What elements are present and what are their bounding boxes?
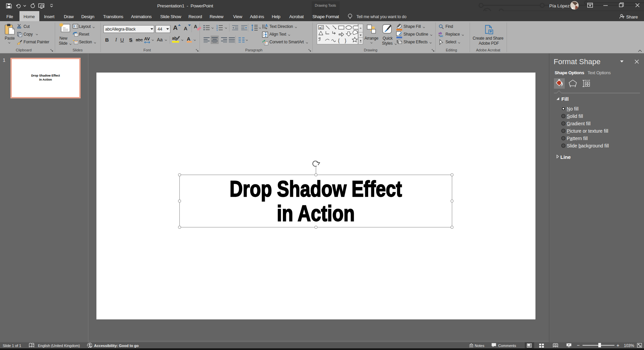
svg-text:1: 1 [216,25,218,27]
svg-text:3: 3 [216,29,218,31]
svg-text:A: A [319,26,321,29]
svg-text:}: } [345,38,346,43]
svg-text:A: A [265,24,268,28]
svg-text:ac: ac [440,34,443,37]
svg-text:{: { [338,38,340,43]
